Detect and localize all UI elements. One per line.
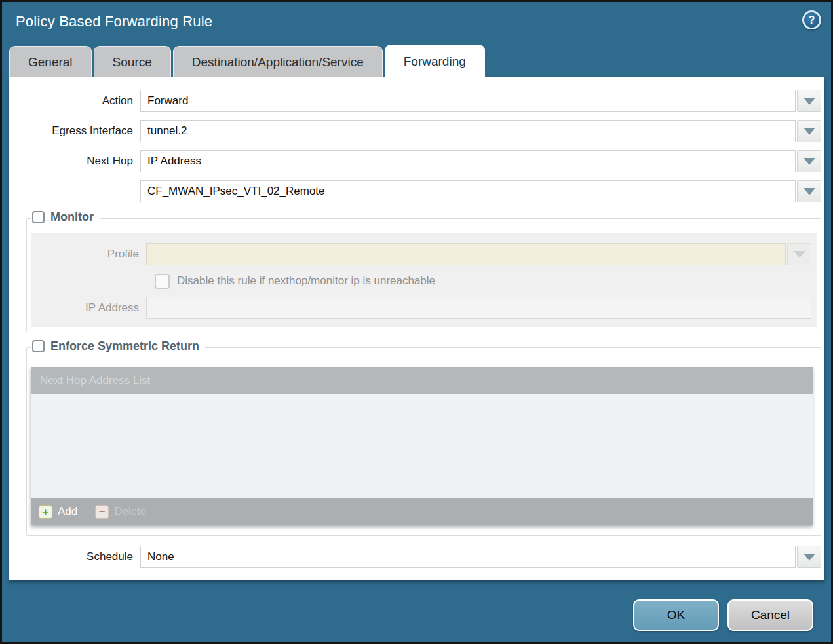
profile-row: Profile — [31, 243, 817, 265]
plus-icon: + — [39, 505, 52, 519]
disable-rule-checkbox — [155, 274, 170, 289]
monitor-legend: Monitor — [31, 210, 100, 224]
symmetric-return-checkbox[interactable] — [32, 340, 45, 352]
tab-source[interactable]: Source — [94, 46, 171, 77]
action-select[interactable]: Forward — [140, 90, 821, 112]
add-button-label: Add — [58, 505, 77, 518]
action-value[interactable]: Forward — [140, 90, 796, 112]
next-hop-select[interactable]: IP Address — [140, 150, 821, 172]
monitor-fieldset: Monitor Profile Disable this rule if nex… — [26, 218, 821, 331]
chevron-down-icon — [804, 128, 815, 135]
next-hop-address-dropdown-button[interactable] — [797, 180, 821, 202]
ok-button[interactable]: OK — [633, 599, 719, 631]
minus-icon: − — [95, 505, 109, 519]
next-hop-dropdown-button[interactable] — [797, 150, 821, 172]
pbf-rule-dialog: Policy Based Forwarding Rule ? General S… — [0, 0, 833, 644]
egress-interface-row: Egress Interface tunnel.2 — [9, 120, 821, 142]
tab-forwarding[interactable]: Forwarding — [385, 45, 485, 77]
action-dropdown-button[interactable] — [797, 90, 821, 112]
next-hop-label: Next Hop — [9, 155, 140, 168]
next-hop-row: Next Hop IP Address — [9, 150, 821, 172]
monitor-panel: Profile Disable this rule if nexthop/mon… — [31, 233, 817, 327]
symmetric-return-legend-label: Enforce Symmetric Return — [50, 339, 199, 353]
profile-select — [146, 243, 811, 265]
chevron-down-icon — [804, 98, 815, 105]
monitor-ip-input — [146, 297, 811, 319]
dialog-footer: OK Cancel — [633, 599, 813, 631]
tab-general[interactable]: General — [9, 46, 92, 77]
next-hop-address-table: Next Hop Address List + Add − Delete — [31, 367, 813, 525]
next-hop-value[interactable]: IP Address — [140, 150, 796, 172]
next-hop-address-table-toolbar: + Add − Delete — [31, 498, 813, 525]
egress-interface-label: Egress Interface — [9, 124, 140, 138]
delete-button-label: Delete — [114, 505, 146, 518]
disable-rule-row: Disable this rule if nexthop/monitor ip … — [31, 271, 817, 291]
monitor-checkbox[interactable] — [32, 211, 45, 223]
symmetric-return-fieldset: Enforce Symmetric Return Next Hop Addres… — [26, 347, 821, 536]
forwarding-tab-panel: Action Forward Egress Interface tunnel.2… — [9, 77, 824, 580]
schedule-value[interactable]: None — [140, 546, 796, 568]
tab-bar: General Source Destination/Application/S… — [9, 45, 485, 77]
egress-interface-select[interactable]: tunnel.2 — [140, 120, 821, 142]
monitor-ip-label: IP Address — [31, 301, 146, 314]
chevron-down-icon — [804, 188, 815, 195]
help-icon[interactable]: ? — [802, 10, 821, 29]
egress-interface-dropdown-button[interactable] — [797, 120, 821, 142]
delete-button: − Delete — [95, 505, 146, 519]
next-hop-address-table-header: Next Hop Address List — [31, 367, 813, 394]
profile-value — [146, 243, 786, 265]
monitor-ip-row: IP Address — [31, 297, 817, 319]
profile-label: Profile — [31, 248, 146, 261]
egress-interface-value[interactable]: tunnel.2 — [140, 120, 796, 142]
chevron-down-icon — [804, 554, 815, 561]
next-hop-address-table-body[interactable] — [31, 394, 813, 498]
add-button[interactable]: + Add — [39, 505, 77, 519]
cancel-button[interactable]: Cancel — [727, 599, 813, 631]
profile-dropdown-button — [787, 243, 811, 265]
next-hop-address-value[interactable]: CF_MWAN_IPsec_VTI_02_Remote — [140, 180, 796, 202]
next-hop-address-select[interactable]: CF_MWAN_IPsec_VTI_02_Remote — [140, 180, 821, 202]
tab-destination-application-service[interactable]: Destination/Application/Service — [173, 46, 383, 77]
monitor-legend-label: Monitor — [50, 210, 94, 224]
chevron-down-icon — [794, 251, 805, 258]
schedule-label: Schedule — [9, 550, 140, 563]
schedule-select[interactable]: None — [140, 546, 821, 568]
next-hop-address-row: CF_MWAN_IPsec_VTI_02_Remote — [9, 180, 821, 202]
dialog-title: Policy Based Forwarding Rule — [16, 13, 212, 30]
schedule-row: Schedule None — [9, 546, 821, 568]
disable-rule-label: Disable this rule if nexthop/monitor ip … — [177, 275, 435, 288]
schedule-dropdown-button[interactable] — [797, 546, 821, 568]
action-row: Action Forward — [9, 90, 821, 112]
symmetric-return-legend: Enforce Symmetric Return — [31, 339, 205, 353]
action-label: Action — [9, 94, 140, 107]
chevron-down-icon — [804, 158, 815, 165]
